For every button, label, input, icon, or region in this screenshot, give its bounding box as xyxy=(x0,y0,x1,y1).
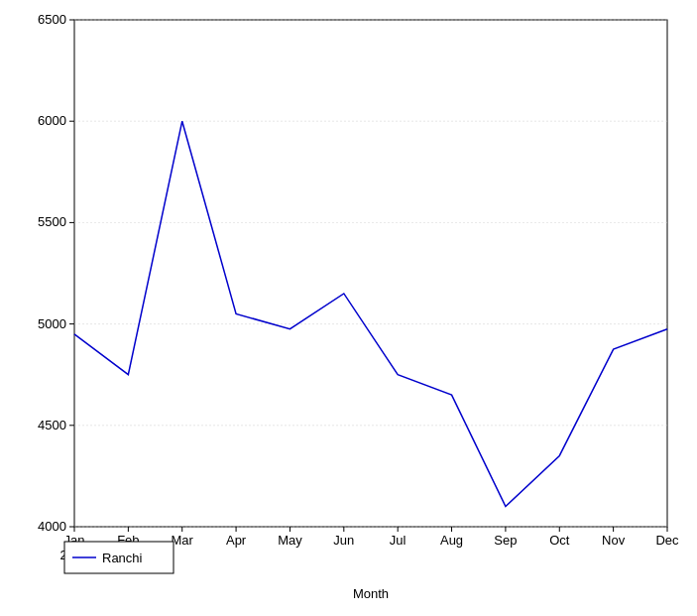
svg-rect-1 xyxy=(74,20,667,527)
svg-text:Dec: Dec xyxy=(655,533,679,548)
svg-text:4000: 4000 xyxy=(38,519,66,534)
svg-text:5500: 5500 xyxy=(38,214,66,229)
svg-text:Jul: Jul xyxy=(390,533,407,548)
svg-text:May: May xyxy=(278,533,302,548)
svg-text:4500: 4500 xyxy=(38,418,66,432)
svg-text:Mar: Mar xyxy=(172,533,194,548)
svg-text:Jun: Jun xyxy=(333,533,354,548)
svg-text:Oct: Oct xyxy=(549,533,570,548)
svg-text:6500: 6500 xyxy=(38,12,66,27)
svg-text:Apr: Apr xyxy=(226,533,247,548)
svg-text:Sep: Sep xyxy=(494,533,517,548)
svg-text:Aug: Aug xyxy=(440,533,463,548)
svg-text:Month: Month xyxy=(353,586,389,601)
svg-text:Ranchi: Ranchi xyxy=(102,551,143,565)
svg-text:Nov: Nov xyxy=(602,533,626,548)
chart-svg: 400045005000550060006500Jan2009FebMarApr… xyxy=(0,0,697,616)
svg-text:6000: 6000 xyxy=(38,113,66,128)
svg-text:5000: 5000 xyxy=(38,316,66,331)
chart-container: 400045005000550060006500Jan2009FebMarApr… xyxy=(0,0,697,616)
